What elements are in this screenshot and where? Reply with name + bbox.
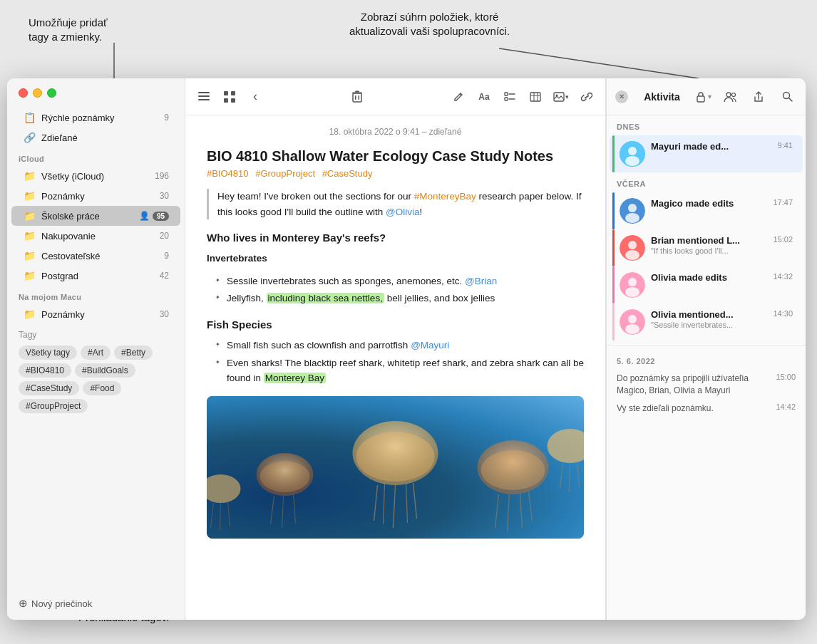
tag-chip-4[interactable]: #BuildGoals [75,363,135,378]
avatar-olivia2 [620,309,645,335]
activity-event-text-shared: Vy ste zdieľali poznámku. [617,402,770,415]
sidebar-item-nakupovanie[interactable]: 📁 Nakupovanie 20 [11,226,180,246]
svg-rect-19 [530,93,540,101]
sidebar-item-zdielane[interactable]: 🔗 Zdieľané [11,128,180,147]
activity-item-mayuri[interactable]: Mayuri made ed... 9:41 [610,135,803,172]
activity-sub-olivia2: "Sessile invertebrates... [651,321,765,329]
activity-event-time-shared: 14:42 [776,402,796,411]
delete-button[interactable] [347,87,367,107]
fish-list: Small fish such as clownfish and parrotf… [207,338,584,386]
sidebar-item-cestovatelske[interactable]: 📁 Cestovateľské 9 [11,246,180,266]
svg-rect-7 [231,91,235,95]
grid-view-button[interactable] [220,87,240,107]
table-button[interactable] [525,87,545,107]
svg-rect-8 [224,98,228,103]
mac-section-label: Na mojom Macu [7,286,185,304]
svg-line-33 [413,483,417,519]
minimize-button[interactable] [33,88,42,98]
sidebar-item-poznamky-mac[interactable]: 📁 Poznámky 30 [11,304,180,324]
sidebar-label-vsetky: Všetky (iCloud) [41,171,155,182]
tag-chip-3[interactable]: #BIO4810 [19,363,71,378]
note-tag-group[interactable]: #GroupProject [255,168,315,179]
svg-point-28 [356,432,435,482]
sidebar-item-rychle[interactable]: 📋 Rýchle poznámky 9 [11,108,180,128]
list-view-button[interactable] [194,87,214,107]
fullscreen-button[interactable] [47,88,56,98]
svg-rect-15 [505,93,508,95]
activity-text-mayuri: Mayuri made ed... [651,141,772,152]
sidebar-item-postgrad[interactable]: 📁 Postgrad 42 [11,266,180,286]
new-note-button[interactable] [448,87,468,107]
bullet-3: Small fish such as clownfish and parrotf… [215,338,584,353]
note-tags: #BIO4810 #GroupProject #CaseStudy [207,168,584,179]
search-icon [782,91,793,102]
svg-line-48 [228,502,230,526]
activity-sub-brian: "If this looks good I'll... [651,246,765,255]
activity-item-olivia-mentioned[interactable]: Olivia mentioned... "Sessile invertebrat… [610,303,803,341]
bar-red [612,229,615,266]
sidebar-item-skolske[interactable]: 📁 Školské práce 👤 95 [11,206,180,226]
svg-line-39 [529,492,533,521]
activity-action-icons: ▾ [696,87,797,107]
search-button[interactable] [777,87,797,107]
checklist-button[interactable] [500,87,520,107]
jellyfish-bg [207,396,584,539]
activity-time-olivia2: 14:30 [773,309,793,318]
highlight-monterey: Monterey Bay [264,373,326,383]
bar-lightpink [612,303,615,341]
close-button[interactable] [19,88,28,98]
share-button[interactable] [749,87,769,107]
tag-chip-1[interactable]: #Art [81,346,111,360]
activity-close-button[interactable]: ✕ [615,90,628,103]
media-button[interactable]: ▾ [551,87,571,107]
mayuri-mention: @Mayuri [411,340,449,350]
activity-event-text-joined: Do poznámky sa pripojili užívateľia Magi… [617,373,770,397]
svg-line-32 [406,484,408,523]
activity-item-magico[interactable]: Magico made edits 17:47 [610,192,803,229]
activity-item-olivia-edits[interactable]: Olivia made edits 14:32 [610,266,803,303]
sidebar-label-poznamky: Poznámky [41,191,160,202]
sidebar-item-vsetky[interactable]: 📁 Všetky (iCloud) 196 [11,166,180,186]
tag-chip-5[interactable]: #CaseStudy [19,381,79,395]
svg-rect-3 [198,92,210,93]
activity-text-brian: Brian mentioned L... "If this looks good… [651,235,767,255]
annotation-top-center: Zobrazí súhrn položiek, ktoré aktualizov… [349,10,510,38]
svg-line-44 [294,494,296,523]
new-folder-button[interactable]: ⊕ Nový priečinok [7,591,185,620]
share-icon [754,91,764,103]
svg-point-55 [732,93,736,96]
tag-chip-2[interactable]: #Betty [114,346,153,360]
sidebar-label-nakupovanie: Nakupovanie [41,231,160,242]
tag-chip-0[interactable]: Všetky tagy [19,346,77,360]
folder-icon-skolske: 📁 [23,209,36,222]
activity-event-joined: Do poznámky sa pripojili užívateľia Magi… [607,370,806,400]
link-button[interactable] [577,87,597,107]
collaborators-button[interactable] [720,87,740,107]
tag-chip-7[interactable]: #GroupProject [19,399,88,413]
activity-divider [607,345,806,346]
jellyfish-svg [207,396,584,539]
folder-icon-poznamky: 📁 [23,189,36,202]
quick-notes-icon: 📋 [23,111,36,124]
lock-button[interactable]: ▾ [696,91,711,103]
note-content[interactable]: 18. októbra 2022 o 9:41 – zdieľané BIO 4… [185,115,605,620]
svg-rect-10 [353,93,361,102]
sidebar-count-cestovatelske: 9 [164,251,169,261]
format-button[interactable]: Aa [474,87,494,107]
sidebar-label-rychle: Rýchle poznámky [41,113,164,123]
grid-icon [224,91,235,103]
folder-icon-cestovatelske: 📁 [23,249,36,262]
olivia-mention-intro: @Olivia [386,207,419,217]
activity-name-mayuri: Mayuri made ed... [651,141,772,152]
sidebar-item-poznamky[interactable]: 📁 Poznámky 30 [11,186,180,206]
note-tag-bio[interactable]: #BIO4810 [207,168,249,179]
svg-rect-13 [352,93,362,94]
today-header: DNES [607,115,806,135]
svg-point-63 [625,213,639,223]
back-button[interactable]: ‹ [245,87,265,107]
activity-name-magico: Magico made edits [651,198,767,209]
tag-chip-6[interactable]: #Food [83,381,121,395]
activity-content: DNES Mayuri made ed... 9:41 VČERA [607,115,806,620]
activity-item-brian[interactable]: Brian mentioned L... "If this looks good… [610,229,803,266]
note-tag-case[interactable]: #CaseStudy [322,168,373,179]
